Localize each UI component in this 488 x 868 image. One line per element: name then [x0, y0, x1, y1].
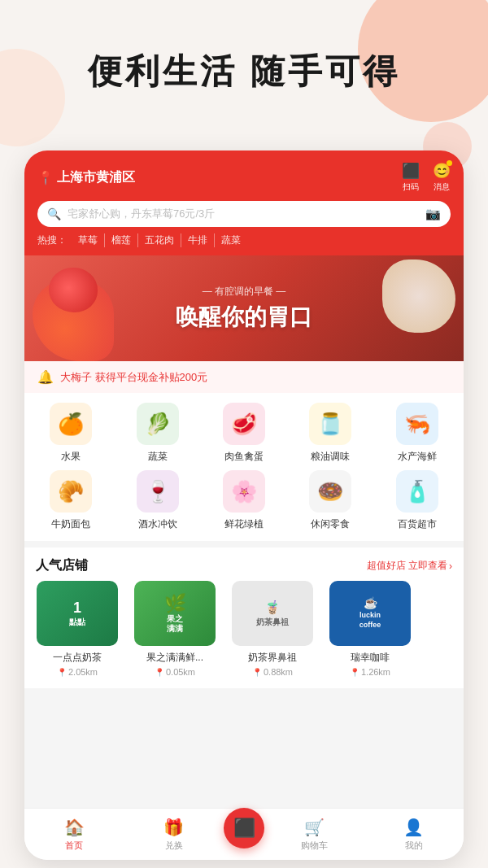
search-placeholder: 宅家舒心购，丹东草莓76元/3斤 [68, 207, 419, 221]
bottom-nav: 🏠 首页 🎁 兑换 ⬛ 🛒 购物车 👤 我的 [24, 808, 464, 860]
category-bread-img: 🥐 [50, 470, 92, 513]
category-snacks-label: 休闲零食 [311, 517, 350, 531]
dist-pin-icon-1: 📍 [155, 668, 164, 677]
home-icon: 🏠 [64, 818, 85, 837]
stores-scroll[interactable]: 1 點點 一点点奶茶 📍 2.05km 🌿 果之满满 果之满满鲜... 📍 0.… [24, 581, 464, 688]
app-content[interactable]: 有腔调的早餐 唤醒你的胃口 🔔 大梅子 获得平台现金补贴200元 🍊 水果 🥬 … [24, 255, 464, 808]
divider [24, 541, 464, 547]
location-text: 上海市黄浦区 [57, 169, 135, 186]
popular-stores-title: 人气店铺 [36, 557, 88, 574]
location-pin-icon: 📍 [37, 170, 54, 185]
dist-pin-icon-2: 📍 [252, 668, 262, 677]
banner: 有腔调的早餐 唤醒你的胃口 [24, 255, 464, 361]
dist-pin-icon: 📍 [57, 668, 67, 677]
category-fruits[interactable]: 🍊 水果 [31, 403, 111, 464]
category-grain-img: 🫙 [309, 403, 351, 445]
nav-profile[interactable]: 👤 我的 [364, 818, 464, 852]
notification-bar: 🔔 大梅子 获得平台现金补贴200元 [24, 361, 464, 393]
scan-button[interactable]: ⬛ 扫码 [402, 162, 420, 193]
hot-tag-0[interactable]: 草莓 [72, 233, 105, 247]
nav-scan-button[interactable]: ⬛ [224, 808, 264, 848]
exchange-icon: 🎁 [163, 818, 184, 837]
category-seafood-label: 水产海鲜 [398, 450, 437, 464]
search-bar[interactable]: 🔍 宅家舒心购，丹东草莓76元/3斤 📷 [37, 201, 451, 227]
store-dist-1: 📍 0.05km [155, 667, 195, 677]
hot-tag-4[interactable]: 蔬菜 [215, 233, 247, 247]
nav-cart[interactable]: 🛒 购物车 [264, 818, 364, 852]
category-seafood[interactable]: 🦐 水产海鲜 [377, 403, 457, 464]
header-icons: ⬛ 扫码 😊 消息 [402, 162, 451, 193]
nav-exchange-label: 兑换 [165, 840, 183, 852]
store-name-1: 果之满满鲜... [146, 651, 203, 665]
category-grain[interactable]: 🫙 粮油调味 [290, 403, 370, 464]
message-button[interactable]: 😊 消息 [433, 162, 451, 193]
store-card-1[interactable]: 🌿 果之满满 果之满满鲜... 📍 0.05km [130, 581, 220, 677]
banner-food-right [382, 260, 455, 333]
nav-exchange[interactable]: 🎁 兑换 [124, 818, 224, 852]
popular-stores-header: 人气店铺 超值好店 立即查看 › [24, 547, 464, 581]
store-card-0[interactable]: 1 點點 一点点奶茶 📍 2.05km [33, 581, 122, 677]
location-row[interactable]: 📍 上海市黄浦区 [37, 169, 135, 186]
message-icon: 😊 [433, 162, 451, 180]
store-name-2: 奶茶界鼻祖 [248, 651, 297, 665]
store-dist-2: 📍 0.88km [252, 667, 293, 677]
camera-icon[interactable]: 📷 [425, 207, 441, 221]
hero-text: 便利生活 随手可得 [0, 49, 488, 94]
cart-icon: 🛒 [304, 818, 325, 837]
nav-scan-center[interactable]: ⬛ [224, 821, 264, 848]
nav-home-label: 首页 [65, 840, 83, 852]
category-snacks-img: 🍩 [309, 470, 351, 513]
category-bread-label: 牛奶面包 [51, 517, 90, 531]
category-meat-img: 🥩 [223, 403, 265, 445]
store-logo-0: 1 點點 [37, 581, 118, 646]
header-top-row: 📍 上海市黄浦区 ⬛ 扫码 😊 消息 [37, 162, 451, 193]
profile-icon: 👤 [403, 818, 424, 837]
category-flowers-img: 🌸 [223, 470, 265, 513]
store-card-3[interactable]: ☕ luckincoffee 瑞幸咖啡 📍 1.26km [325, 581, 415, 677]
category-flowers-label: 鲜花绿植 [224, 517, 264, 531]
category-meat-label: 肉鱼禽蛋 [224, 450, 264, 464]
dist-pin-icon-3: 📍 [350, 668, 359, 677]
category-grid: 🍊 水果 🥬 蔬菜 🥩 肉鱼禽蛋 🫙 粮油调味 🦐 水产海鲜 [31, 403, 457, 531]
chevron-right-icon: › [449, 560, 452, 572]
store-name-0: 一点点奶茶 [53, 651, 102, 665]
nav-profile-label: 我的 [405, 840, 423, 852]
scan-label: 扫码 [403, 181, 419, 193]
category-veg[interactable]: 🥬 蔬菜 [117, 403, 197, 464]
category-grain-label: 粮油调味 [311, 450, 350, 464]
banner-tomato [49, 268, 98, 312]
category-super[interactable]: 🧴 百货超市 [377, 470, 457, 531]
store-logo-1: 🌿 果之满满 [134, 581, 216, 646]
category-drinks-img: 🍷 [137, 470, 179, 513]
category-meat[interactable]: 🥩 肉鱼禽蛋 [204, 403, 284, 464]
banner-subtitle: 有腔调的早餐 [176, 285, 312, 299]
hot-tags: 热搜： 草莓 榴莲 五花肉 牛排 蔬菜 [37, 233, 451, 247]
nav-scan-icon: ⬛ [233, 818, 255, 839]
phone-card: 📍 上海市黄浦区 ⬛ 扫码 😊 消息 🔍 宅家舒心购，丹东草莓76元/3斤 📷 … [24, 150, 464, 860]
nav-home[interactable]: 🏠 首页 [24, 818, 124, 852]
store-dist-3: 📍 1.26km [350, 667, 390, 677]
category-seafood-img: 🦐 [396, 403, 438, 445]
category-fruits-img: 🍊 [50, 403, 92, 445]
category-bread[interactable]: 🥐 牛奶面包 [31, 470, 111, 531]
category-snacks[interactable]: 🍩 休闲零食 [290, 470, 370, 531]
category-super-img: 🧴 [396, 470, 438, 513]
category-veg-img: 🥬 [137, 403, 179, 445]
category-drinks[interactable]: 🍷 酒水冲饮 [117, 470, 197, 531]
search-icon: 🔍 [47, 207, 61, 220]
banner-text-center: 有腔调的早餐 唤醒你的胃口 [176, 285, 312, 333]
hot-tag-3[interactable]: 牛排 [181, 233, 215, 247]
category-flowers[interactable]: 🌸 鲜花绿植 [204, 470, 284, 531]
hot-tag-2[interactable]: 五花肉 [138, 233, 181, 247]
store-card-2[interactable]: 🧋 奶茶鼻祖 奶茶界鼻祖 📍 0.88km [228, 581, 317, 677]
hot-label: 热搜： [37, 233, 67, 247]
popular-stores-more[interactable]: 超值好店 立即查看 › [367, 559, 452, 573]
nav-cart-label: 购物车 [301, 840, 328, 852]
message-label: 消息 [434, 181, 450, 193]
app-header: 📍 上海市黄浦区 ⬛ 扫码 😊 消息 🔍 宅家舒心购，丹东草莓76元/3斤 📷 … [24, 150, 464, 255]
category-veg-label: 蔬菜 [148, 450, 168, 464]
scan-icon: ⬛ [402, 162, 420, 180]
category-fruits-label: 水果 [61, 450, 81, 464]
store-logo-2: 🧋 奶茶鼻祖 [232, 581, 313, 646]
hot-tag-1[interactable]: 榴莲 [105, 233, 138, 247]
